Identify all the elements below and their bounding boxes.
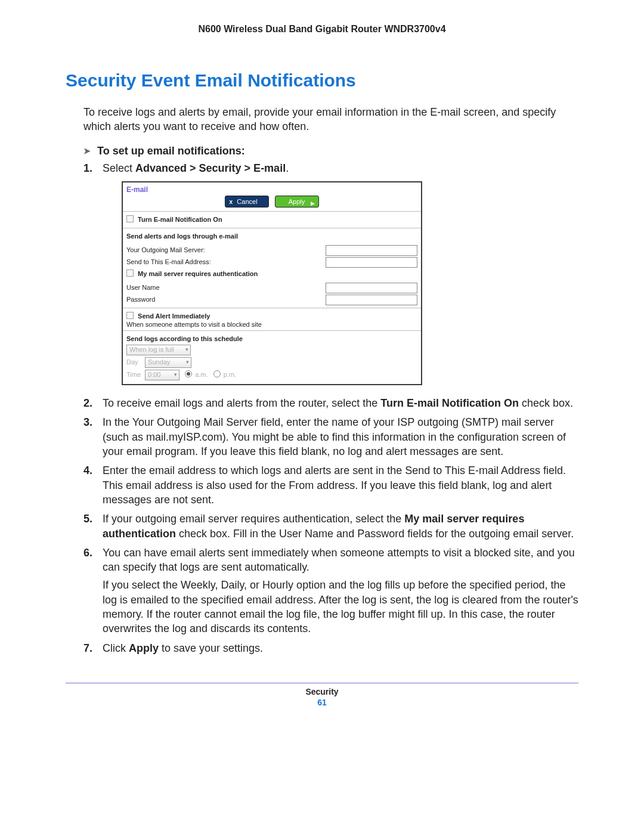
footer-divider: [66, 683, 578, 683]
smtp-label: Your Outgoing Mail Server:: [126, 246, 326, 255]
footer-page-number: 61: [66, 698, 578, 707]
close-icon: x: [229, 197, 233, 208]
sendto-input[interactable]: [326, 257, 417, 268]
cancel-button-label: Cancel: [237, 198, 257, 205]
time-select[interactable]: 0:00: [145, 370, 179, 380]
intro-paragraph: To receive logs and alerts by email, pro…: [83, 105, 578, 134]
schedule-select[interactable]: When log is full: [126, 345, 191, 355]
email-settings-panel: E-mail x Cancel Apply ▶: [122, 181, 422, 385]
procedure-arrow-icon: ➤: [83, 146, 91, 156]
send-alerts-heading: Send alerts and logs through e-mail: [123, 228, 421, 244]
time-select-value: 0:00: [148, 371, 160, 378]
procedure-heading: ➤ To set up email notifications:: [83, 145, 578, 157]
day-label: Day: [126, 358, 143, 367]
alert-immediate-checkbox[interactable]: [126, 312, 134, 319]
apply-button-label: Apply: [289, 198, 305, 205]
day-select[interactable]: Sunday: [145, 357, 191, 368]
doc-header: N600 Wireless Dual Band Gigabit Router W…: [66, 24, 578, 35]
step-5-c: check box. Fill in the User Name and Pas…: [176, 528, 574, 540]
step-1-text-a: Select: [103, 162, 135, 174]
step-6-a: You can have email alerts sent immediate…: [103, 547, 575, 573]
cancel-button[interactable]: x Cancel: [225, 196, 269, 208]
auth-checkbox[interactable]: [126, 270, 134, 277]
am-label: a.m.: [195, 371, 208, 378]
turn-on-label: Turn E-mail Notification On: [138, 216, 222, 223]
step-4: Enter the email address to which logs an…: [83, 463, 578, 507]
step-7-b: Apply: [129, 642, 159, 654]
arrow-right-icon: ▶: [311, 198, 315, 209]
password-label: Password: [126, 295, 326, 304]
pm-radio[interactable]: [213, 370, 221, 377]
step-1: Select Advanced > Security > E-mail. E-m…: [83, 161, 578, 386]
step-2-c: check box.: [519, 397, 573, 409]
sendto-label: Send to This E-mail Address:: [126, 258, 326, 267]
panel-title: E-mail: [126, 185, 417, 194]
alert-immediate-label: Send Alert Immediately: [138, 312, 210, 320]
step-2-b: Turn E-mail Notification On: [380, 397, 519, 409]
alert-immediate-sublabel: When someone attempts to visit a blocked…: [126, 320, 417, 329]
pm-label: p.m.: [224, 371, 236, 378]
step-1-path: Advanced > Security > E-mail: [135, 162, 286, 174]
smtp-input[interactable]: [326, 245, 417, 256]
step-3: In the Your Outgoing Mail Server field, …: [83, 415, 578, 459]
step-1-text-c: .: [286, 162, 289, 174]
step-7-c: to save your settings.: [159, 642, 263, 654]
apply-button[interactable]: Apply ▶: [275, 196, 319, 208]
am-radio[interactable]: [185, 370, 192, 377]
password-input[interactable]: [326, 295, 417, 305]
step-7: Click Apply to save your settings.: [83, 641, 578, 655]
step-5: If your outgoing email server requires a…: [83, 512, 578, 541]
step-7-a: Click: [103, 642, 129, 654]
day-select-value: Sunday: [148, 358, 170, 366]
step-2: To receive email logs and alerts from th…: [83, 396, 578, 410]
schedule-select-value: When log is full: [129, 346, 174, 353]
step-6: You can have email alerts sent immediate…: [83, 546, 578, 636]
step-5-a: If your outgoing email server requires a…: [103, 513, 404, 525]
step-2-a: To receive email logs and alerts from th…: [103, 397, 380, 409]
username-label: User Name: [126, 283, 326, 292]
step-list: Select Advanced > Security > E-mail. E-m…: [83, 161, 578, 655]
section-title: Security Event Email Notifications: [66, 70, 578, 91]
username-input[interactable]: [326, 283, 417, 293]
procedure-heading-text: To set up email notifications:: [97, 145, 245, 157]
step-6-b: If you select the Weekly, Daily, or Hour…: [103, 578, 578, 636]
schedule-heading: Send logs according to this schedule: [126, 335, 417, 343]
auth-label: My mail server requires authentication: [138, 270, 258, 277]
time-label: Time: [126, 370, 143, 379]
turn-on-checkbox[interactable]: [126, 215, 134, 222]
footer-section: Security: [305, 687, 338, 696]
